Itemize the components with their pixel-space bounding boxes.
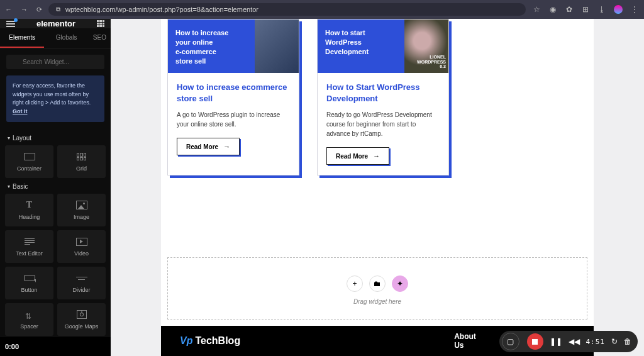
- favorites-hint: For easy access, favorite the widgets yo…: [6, 75, 104, 122]
- spacer-icon: [25, 310, 34, 319]
- bookmark-icon[interactable]: ☆: [532, 5, 541, 14]
- forward-icon[interactable]: →: [21, 6, 28, 13]
- widget-container[interactable]: Container: [5, 145, 53, 178]
- recording-time: 4:51: [586, 338, 606, 346]
- video-icon: [76, 238, 87, 246]
- heading-icon: T: [26, 200, 32, 210]
- card-desc: A go to WordPress plugin to increase you…: [177, 110, 290, 129]
- widget-video[interactable]: Video: [57, 230, 106, 263]
- sidebar-tabs: Elements Globals SEO: [0, 28, 111, 48]
- elementor-sidebar: elementor Elements Globals SEO For easy …: [0, 19, 111, 356]
- editor-canvas[interactable]: How to increase your online e-commerce s…: [111, 19, 644, 356]
- widget-grid[interactable]: Grid: [57, 145, 106, 178]
- folder-icon: 🖿: [374, 279, 381, 288]
- video-player-bar: 0:00: [0, 337, 111, 356]
- grid-icon: [77, 153, 87, 160]
- add-section-dropzone[interactable]: + 🖿 ✦ Drag widget here: [167, 257, 587, 320]
- sidebar-header: elementor: [0, 19, 111, 28]
- section-layout[interactable]: Layout: [0, 130, 111, 145]
- extension-icon-1[interactable]: ◉: [548, 5, 557, 14]
- text-icon: [25, 238, 35, 245]
- delete-icon[interactable]: 🗑: [624, 337, 631, 346]
- notification-dot: [14, 18, 18, 22]
- back-icon[interactable]: ←: [5, 6, 12, 13]
- sparkle-icon: ✦: [397, 279, 403, 288]
- browser-toolbar: ← → ⟳ ⧉ wptechblog.com/wp-admin/post.php…: [0, 0, 644, 19]
- restart-icon[interactable]: ↻: [611, 337, 618, 346]
- card-desc: Ready to go WordPress Development course…: [326, 110, 440, 138]
- post-card[interactable]: How to start WordPress Development LIONE…: [317, 19, 449, 175]
- arrow-right-icon: →: [223, 143, 230, 150]
- profile-avatar[interactable]: [614, 5, 623, 14]
- maps-icon: [77, 310, 87, 319]
- card-title: How to Start WordPress Development: [326, 82, 440, 104]
- card-hero-text: How to start WordPress Development: [318, 19, 404, 73]
- add-ai-button[interactable]: ✦: [392, 275, 408, 292]
- site-logo: VpTechBlog: [180, 335, 240, 347]
- container-icon: [24, 153, 35, 160]
- url-text: wptechblog.com/wp-admin/post.php?post=8&…: [65, 6, 258, 13]
- add-template-button[interactable]: 🖿: [369, 275, 386, 292]
- pause-icon[interactable]: ❚❚: [550, 337, 562, 346]
- elementor-logo: elementor: [36, 19, 75, 28]
- reload-icon[interactable]: ⟳: [36, 6, 42, 14]
- widget-google-maps[interactable]: Google Maps: [57, 303, 106, 336]
- hint-text: For easy access, favorite the widgets yo…: [13, 82, 91, 106]
- browser-nav-buttons: ← → ⟳: [5, 6, 42, 14]
- card-title: How to increase ecommerce store sell: [177, 82, 290, 104]
- widget-image[interactable]: Image: [57, 194, 106, 226]
- widget-spacer[interactable]: Spacer: [5, 303, 53, 336]
- tab-elements[interactable]: Elements: [0, 28, 44, 48]
- widget-divider[interactable]: Divider: [57, 267, 106, 299]
- extension-icon-2[interactable]: ✿: [565, 5, 574, 14]
- browser-action-icons: ☆ ◉ ✿ ⊞ ⭳ ⋮: [532, 5, 639, 14]
- search-input[interactable]: [6, 55, 104, 69]
- menu-icon[interactable]: [6, 21, 15, 27]
- cards-row: How to increase your online e-commerce s…: [161, 19, 594, 188]
- post-card[interactable]: How to increase your online e-commerce s…: [167, 19, 299, 175]
- tab-globals[interactable]: Globals: [44, 28, 88, 48]
- button-icon: [24, 275, 35, 281]
- site-info-icon[interactable]: ⧉: [56, 6, 60, 13]
- widget-heading[interactable]: THeading: [5, 194, 53, 226]
- widget-text-editor[interactable]: Text Editor: [5, 230, 53, 263]
- arrow-right-icon: →: [373, 152, 380, 160]
- widgets-grid-icon[interactable]: [97, 20, 104, 28]
- add-section-button[interactable]: +: [347, 275, 363, 292]
- hero-badge: LIONEL WORDPRESS 6.3: [417, 55, 446, 69]
- hint-gotit-link[interactable]: Got It: [13, 108, 28, 114]
- screen-recorder-bar: ▢ ❚❚ ◀◀ 4:51 ↻ 🗑: [499, 331, 638, 352]
- read-more-button[interactable]: Read More→: [177, 138, 240, 155]
- address-bar[interactable]: ⧉ wptechblog.com/wp-admin/post.php?post=…: [48, 3, 526, 16]
- kebab-menu-icon[interactable]: ⋮: [630, 5, 639, 14]
- rewind-icon[interactable]: ◀◀: [569, 337, 580, 346]
- footer-link-about[interactable]: About Us: [454, 332, 481, 350]
- divider-icon: [76, 277, 87, 280]
- download-icon[interactable]: ⭳: [597, 5, 606, 14]
- camera-icon[interactable]: ▢: [502, 333, 519, 350]
- stop-recording-button[interactable]: [527, 333, 543, 350]
- dropzone-hint: Drag widget here: [168, 298, 587, 305]
- section-basic[interactable]: Basic: [0, 178, 111, 194]
- tab-seo[interactable]: SEO: [89, 28, 111, 48]
- card-hero-image: LIONEL WORDPRESS 6.3: [404, 19, 448, 73]
- extensions-icon[interactable]: ⊞: [581, 5, 590, 14]
- card-hero-text: How to increase your online e-commerce s…: [168, 19, 255, 73]
- search-icon: [6, 55, 104, 69]
- widget-button[interactable]: Button: [5, 267, 53, 299]
- player-time: 0:00: [5, 343, 19, 350]
- image-icon: [76, 201, 87, 209]
- card-hero-image: [255, 19, 299, 73]
- read-more-button[interactable]: Read More→: [326, 147, 389, 165]
